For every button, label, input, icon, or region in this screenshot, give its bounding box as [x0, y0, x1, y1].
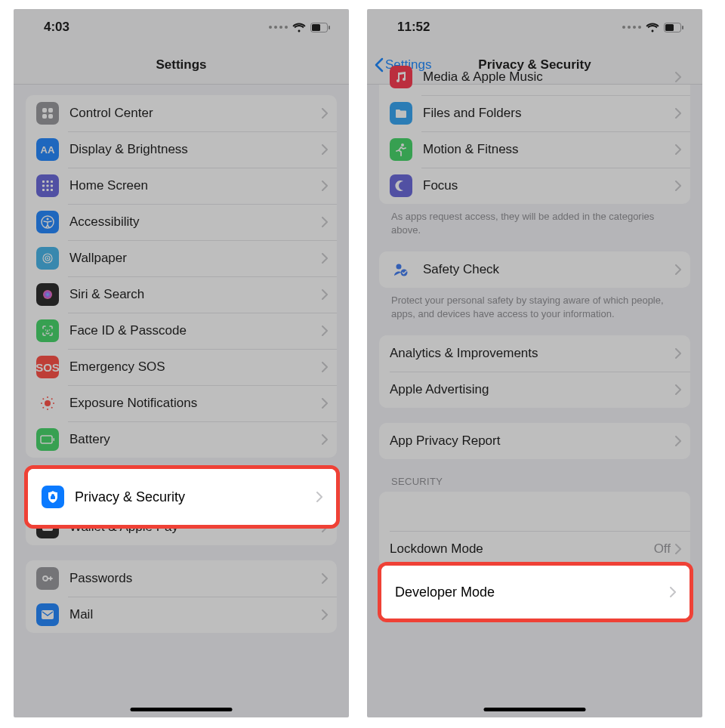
- page-title: Settings: [156, 57, 206, 72]
- chevron-right-icon: [675, 72, 681, 82]
- focus-icon: [390, 174, 412, 197]
- row-label: Control Center: [69, 106, 322, 121]
- row-developer-mode[interactable]: Developer Mode: [381, 566, 690, 618]
- row-files[interactable]: Files and Folders: [379, 95, 690, 131]
- folder-icon: [390, 102, 412, 125]
- row-motion[interactable]: Motion & Fitness: [379, 131, 690, 168]
- row-label: Lockdown Mode: [390, 541, 654, 557]
- row-faceid[interactable]: Face ID & Passcode: [26, 313, 337, 349]
- highlight-developer-mode: Developer Mode: [378, 562, 693, 622]
- svg-point-44: [396, 264, 402, 270]
- settings-group-1: Control Center AA Display & Brightness H…: [26, 95, 337, 458]
- svg-rect-13: [42, 189, 45, 191]
- wifi-icon: [292, 23, 306, 32]
- row-safety-check[interactable]: Safety Check: [379, 251, 690, 288]
- chevron-right-icon: [322, 362, 328, 372]
- row-display[interactable]: AA Display & Brightness: [26, 131, 337, 168]
- battery-row-icon: [36, 428, 59, 451]
- row-advertising[interactable]: Apple Advertising: [379, 372, 690, 408]
- row-focus[interactable]: Focus: [379, 168, 690, 204]
- row-label: Accessibility: [69, 214, 322, 230]
- chevron-right-icon: [670, 587, 676, 597]
- svg-rect-41: [665, 24, 674, 31]
- privacy-group-analytics: Analytics & Improvements Apple Advertisi…: [379, 335, 690, 408]
- home-indicator: [484, 708, 586, 711]
- wifi-icon: [646, 23, 659, 32]
- svg-rect-14: [47, 189, 49, 191]
- row-value: Off: [654, 541, 671, 557]
- row-analytics[interactable]: Analytics & Improvements: [379, 335, 690, 372]
- row-mail[interactable]: Mail: [26, 597, 337, 633]
- svg-rect-9: [51, 180, 53, 183]
- passwords-icon: [36, 567, 59, 590]
- row-sos[interactable]: SOS Emergency SOS: [26, 349, 337, 385]
- highlight-privacy: Privacy & Security: [24, 465, 340, 529]
- status-time: 11:52: [397, 20, 430, 35]
- row-label: Battery: [69, 432, 322, 447]
- row-label: Siri & Search: [69, 287, 322, 302]
- svg-point-32: [51, 407, 53, 409]
- svg-rect-6: [48, 114, 53, 119]
- svg-rect-10: [42, 185, 45, 187]
- display-icon: AA: [36, 138, 59, 161]
- privacy-group-safety: Safety Check: [379, 251, 690, 288]
- status-bar: 4:03: [14, 9, 349, 45]
- section-header-security: SECURITY: [379, 459, 690, 492]
- row-label: Face ID & Passcode: [69, 323, 322, 338]
- row-home-screen[interactable]: Home Screen: [26, 168, 337, 204]
- chevron-right-icon: [675, 180, 681, 191]
- chevron-right-icon: [322, 609, 328, 620]
- row-passwords[interactable]: Passwords: [26, 560, 337, 597]
- svg-rect-4: [48, 108, 53, 113]
- svg-point-43: [401, 143, 404, 147]
- row-label: Apple Advertising: [390, 382, 675, 397]
- row-label: Privacy & Security: [75, 489, 316, 505]
- row-exposure[interactable]: Exposure Notifications: [26, 385, 337, 421]
- row-label: Files and Folders: [423, 106, 675, 121]
- svg-rect-11: [47, 185, 49, 187]
- battery-icon: [310, 23, 331, 32]
- row-siri[interactable]: Siri & Search: [26, 276, 337, 313]
- svg-rect-2: [329, 26, 330, 29]
- safety-check-icon: [390, 258, 412, 281]
- row-app-privacy-report[interactable]: App Privacy Report: [379, 423, 690, 459]
- row-wallpaper[interactable]: Wallpaper: [26, 240, 337, 276]
- chevron-right-icon: [322, 325, 328, 336]
- chevron-right-icon: [322, 217, 328, 227]
- row-accessibility[interactable]: Accessibility: [26, 204, 337, 240]
- chevron-right-icon: [322, 289, 328, 300]
- footer-categories: As apps request access, they will be add…: [379, 204, 690, 236]
- svg-rect-7: [42, 180, 45, 183]
- exposure-icon: [36, 392, 59, 415]
- svg-point-31: [42, 407, 44, 409]
- svg-rect-12: [51, 185, 53, 187]
- settings-group-3: Passwords Mail: [26, 560, 337, 633]
- chevron-right-icon: [675, 436, 681, 446]
- row-battery[interactable]: Battery: [26, 421, 337, 458]
- chevron-right-icon: [322, 398, 328, 409]
- svg-rect-34: [54, 438, 55, 441]
- chevron-right-icon: [322, 434, 328, 445]
- row-label: Display & Brightness: [69, 142, 322, 157]
- faceid-icon: [36, 319, 59, 342]
- row-label: Developer Mode: [395, 585, 670, 600]
- svg-rect-5: [42, 114, 47, 119]
- chevron-right-icon: [675, 544, 681, 554]
- row-privacy-security[interactable]: Privacy & Security: [28, 469, 336, 525]
- chevron-right-icon: [322, 180, 328, 191]
- chevron-right-icon: [322, 144, 328, 155]
- svg-point-29: [42, 398, 44, 399]
- row-control-center[interactable]: Control Center: [26, 95, 337, 131]
- row-label: Wallpaper: [69, 251, 322, 266]
- chevron-right-icon: [322, 573, 328, 584]
- row-label: Focus: [423, 178, 675, 193]
- left-phone: 4:03 Settings Control Center AA Display …: [14, 9, 349, 717]
- chevron-right-icon: [675, 108, 681, 119]
- svg-point-30: [51, 398, 53, 399]
- row-label: Mail: [69, 607, 322, 622]
- svg-rect-15: [51, 189, 53, 191]
- svg-point-17: [47, 218, 49, 221]
- svg-rect-42: [682, 26, 683, 29]
- svg-rect-33: [41, 436, 52, 443]
- row-media[interactable]: Media & Apple Music: [379, 59, 690, 95]
